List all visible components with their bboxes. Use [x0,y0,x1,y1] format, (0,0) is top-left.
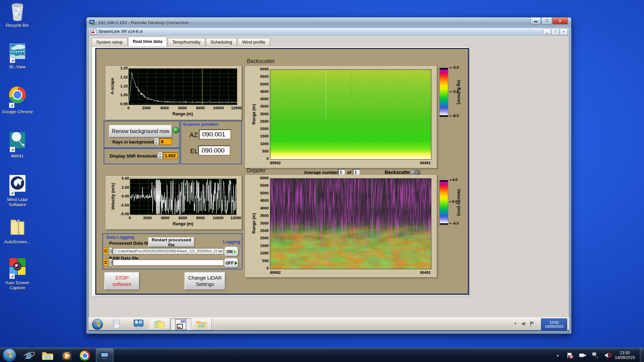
show-desktop-button[interactable] [640,348,644,362]
raw-path-field[interactable] [113,259,224,265]
rdp-titlebar[interactable]: 192.168.0.150 - Remote Desktop Connectio… [87,17,571,27]
sticky-notes-task-button[interactable] [149,318,170,330]
velocity-y-label: Velocity (m/s) [111,183,115,210]
desktop-icon-mw41[interactable]: ↗ MW41 [0,132,35,159]
renew-background-button[interactable]: Renew background now [109,125,172,137]
axis-tick-label: 0.99 [120,102,128,106]
chrome-icon: ↗ [9,86,26,108]
desktop-icon-bl-view[interactable]: ↗ BL-View [0,44,35,69]
axis-tick-label: 3500 [260,214,269,218]
raw-logging-off-button[interactable]: OFF [224,258,238,268]
shortcut-arrow-icon: ↗ [9,103,14,108]
axis-tick-label: 0 [267,157,269,161]
axis-tick-label: 0 [129,216,131,220]
taskbar-clock[interactable]: 23:50 14/09/2023 [610,349,639,362]
desktop-icon-google-chrome[interactable]: ↗ Google Chrome [0,86,35,114]
remote-show-desktop[interactable] [567,318,569,330]
axis-tick-label: 500 [262,259,269,263]
backscatter-heatmap[interactable] [270,69,431,160]
axis-tick-label: 2.50 [122,185,129,189]
tab-real-time-data[interactable]: Real time data [128,37,167,46]
el-value-field[interactable]: 090.000 [198,145,230,156]
desktop-icon-autoscreen-zip[interactable]: AutoScreen... [0,217,35,244]
processed-browse-icon[interactable] [109,247,112,255]
snr-threshold-label: Display SNR threshold [110,154,157,159]
minimize-button[interactable]: ▁ [543,28,551,35]
action-center-icon[interactable] [566,351,574,359]
windows-explorer-button[interactable] [41,350,54,361]
remote-flag-icon[interactable] [530,321,535,327]
desktop-icon-wind-lidar[interactable]: ↗ Wind Lidar Software [0,175,35,207]
auto-screen-capture-icon: ↗ [9,258,25,279]
snr-spinner[interactable] [158,152,163,159]
stop-software-button[interactable]: STOP software [104,272,140,290]
remote-tray-chevron-icon[interactable]: ▲ [514,321,517,325]
snr-value-field[interactable]: 1.002 [163,152,178,159]
network-status-icon[interactable]: ! [591,351,600,359]
ascope-plot[interactable] [128,68,237,105]
az-value-field[interactable]: 090.001 [199,129,231,139]
minimize-button[interactable]: ▬ [530,17,541,24]
remote-volume-icon[interactable] [521,321,527,327]
scanner-position-group [180,121,242,164]
axis-tick-label: 4500 [260,89,269,94]
close-button[interactable]: ✕ [552,17,568,24]
tab-system-setup[interactable]: System setup [92,38,127,46]
chrome-icon [80,351,90,361]
restart-processed-file-button[interactable]: Restart processed file [148,237,195,247]
doppler-x-end: 90491 [404,270,431,275]
doppler-heatmap[interactable] [270,178,431,269]
rays-value-field[interactable]: 8 [159,138,172,145]
sticky-notes-icon [155,320,165,329]
tab-strip: System setup Real time data Temp/humidit… [92,38,271,46]
internet-explorer-button[interactable]: e [22,350,36,361]
shortcut-arrow-icon: ↗ [9,274,15,279]
maximize-button[interactable]: ❐ [541,17,552,24]
restore-button[interactable]: ❐ [551,28,559,35]
tray-chevron-icon[interactable]: ▲ [553,351,562,359]
backscatter-colorbar [439,68,448,117]
front-panel: 1.201.151.101.050.99 A-scope 02000400060… [95,48,469,295]
desktop-icon-recycle-bin[interactable]: Recycle Bin [0,3,35,28]
desktop-icon-auto-screen-capture[interactable]: ↗ Auto Screen Capture [0,258,35,290]
of-label: of [347,170,351,175]
processed-path-field[interactable]: C:\Lidar\Data\Proc\2023\202309\20230914\… [113,248,224,254]
axis-tick-label: 5500 [260,74,269,78]
chrome-button[interactable] [80,351,91,361]
rays-spinner[interactable] [154,138,159,145]
power-battery-icon[interactable] [578,351,587,359]
axis-tick-label: -4.0 [449,221,459,225]
remote-clock[interactable]: 23:50 14/09/2023 [541,318,567,330]
tab-scheduling[interactable]: Scheduling [206,38,237,46]
on-label: ON [227,249,233,254]
xr-badge: XR [180,319,185,323]
remote-taskbar: XR ▲ 23:50 14/09/2023 [89,317,569,330]
tab-temp-humidity[interactable]: Temp/humidity [168,38,205,46]
processed-drive-box[interactable]: C [103,247,108,255]
tab-wind-profile[interactable]: Wind profile [237,38,270,46]
notepad-icon[interactable] [112,319,121,329]
doppler-section-title: Doppler [247,168,266,174]
media-player-icon [61,351,72,361]
control-panel-icon[interactable] [133,319,144,329]
streamline-task-button[interactable]: XR [170,318,191,330]
media-player-button[interactable] [60,350,73,361]
host-taskbar: e ▲ ! 23:50 14/09/2023 [0,348,644,362]
axis-tick-label: 1500 [260,244,269,248]
rdp-task-button[interactable] [96,349,113,362]
processed-logging-on-button[interactable]: ON [224,247,238,256]
remote-start-button[interactable] [92,319,103,330]
streamline-titlebar[interactable]: StreamLine XR v14-6.vi ▁ ❐ ✕ [89,28,569,36]
start-button[interactable] [3,349,16,362]
explorer-task-button[interactable] [192,318,212,330]
change-lidar-settings-button[interactable]: Change LiDAR Settings [184,272,225,290]
remote-clock-time: 23:50 [541,320,567,324]
axis-tick-label: 500 [262,149,269,153]
axis-tick-label: 3500 [260,104,269,108]
velocity-plot[interactable] [130,179,236,215]
shortcut-arrow-icon: ↗ [9,190,15,196]
remote-desktop-icon [100,352,109,360]
raw-drive-box[interactable]: C [103,259,108,266]
close-button[interactable]: ✕ [560,28,568,35]
raw-browse-icon[interactable] [109,259,112,266]
